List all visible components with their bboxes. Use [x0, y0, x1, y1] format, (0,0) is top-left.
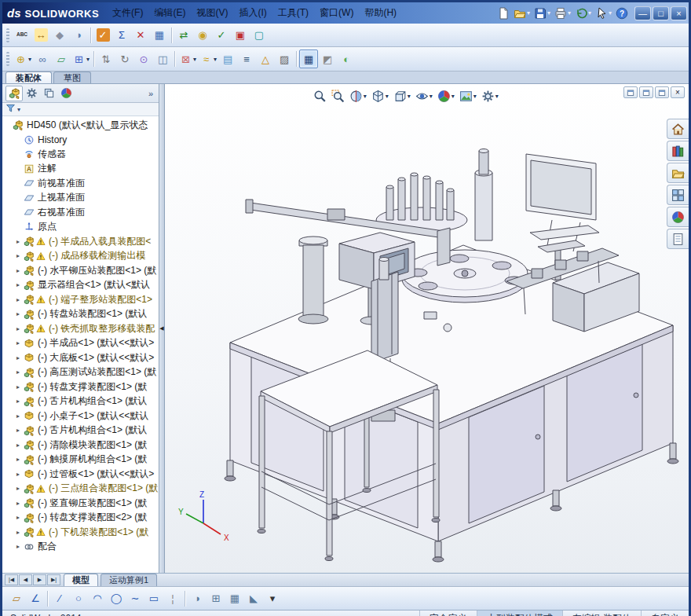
machine-assembly-model[interactable]: Z Y X	[165, 84, 689, 573]
import-diagnostics-icon[interactable]: ✕	[131, 26, 150, 45]
expand-arrow-icon[interactable]: ▸	[16, 543, 24, 550]
expand-arrow-icon[interactable]: ▸	[16, 442, 24, 449]
featuremanager-tab[interactable]	[5, 86, 23, 101]
mate-icon[interactable]: ∞	[33, 50, 52, 68]
tree-item-24[interactable]: ▸(-) 过管板<1> (默认<<默认>	[2, 467, 159, 482]
edit-appearance-icon[interactable]: ▾	[436, 87, 456, 104]
tree-item-2[interactable]: 传感器	[2, 147, 159, 162]
expand-arrow-icon[interactable]: ▸	[16, 354, 24, 361]
expand-arrow-icon[interactable]: ▸	[16, 412, 24, 420]
measure-icon[interactable]: ↔	[31, 26, 50, 45]
assembly-features-icon[interactable]: ⊠▾	[177, 50, 198, 68]
chamfer-icon[interactable]: ◣	[244, 589, 263, 608]
expand-arrow-icon[interactable]: ▸	[16, 310, 24, 317]
bill-of-materials-icon[interactable]: ≡	[237, 50, 256, 68]
collapse-panel-arrow-icon[interactable]: ◀	[159, 325, 163, 332]
line-icon[interactable]: ∕	[50, 589, 69, 608]
tree-item-29[interactable]: ▸配合	[2, 540, 159, 555]
expand-arrow-icon[interactable]: ▸	[16, 368, 24, 376]
reference-geometry-icon[interactable]: ≈▾	[198, 50, 218, 68]
custom-properties-tab[interactable]	[667, 229, 689, 249]
tree-item-27[interactable]: ▸(-) 转盘支撑装配图<2> (默	[2, 511, 159, 526]
sketch-icon[interactable]: ▱	[7, 589, 26, 608]
mirror-entities-icon[interactable]: ◑	[188, 589, 207, 608]
expand-arrow-icon[interactable]: ▸	[16, 398, 24, 405]
tree-item-18[interactable]: ▸(-) 转盘支撑装配图<1> (默	[2, 380, 159, 394]
section-properties-icon[interactable]: ◑	[69, 26, 88, 45]
open-icon[interactable]: ▾	[512, 5, 532, 21]
next-tab-button[interactable]: ▶	[33, 574, 46, 585]
hide-show-items-icon[interactable]: ▾	[414, 87, 434, 104]
design-table-icon[interactable]: ▦	[150, 26, 169, 45]
expand-arrow-icon[interactable]: ▸	[16, 471, 24, 478]
menu-item-4[interactable]: 工具(T)	[272, 5, 314, 21]
file-explorer-tab[interactable]	[667, 163, 689, 183]
view-settings-icon[interactable]: ▾	[480, 87, 500, 104]
menu-item-2[interactable]: 视图(V)	[191, 5, 233, 21]
circle-icon[interactable]: ○	[69, 589, 88, 608]
expand-arrow-icon[interactable]: ▸	[16, 281, 24, 288]
expand-arrow-icon[interactable]: ▸	[16, 383, 24, 390]
smart-dimension-icon[interactable]: ∠	[26, 589, 45, 608]
section-view-icon[interactable]: ▾	[348, 87, 368, 104]
filter-funnel-icon[interactable]	[5, 103, 16, 116]
configurationmanager-tab[interactable]	[40, 86, 57, 101]
help-icon[interactable]: ?	[614, 5, 630, 21]
view-palette-tab[interactable]	[667, 185, 689, 205]
close-doc-button[interactable]: ×	[671, 86, 685, 98]
menu-item-1[interactable]: 编辑(E)	[148, 5, 191, 21]
menu-item-6[interactable]: 帮助(H)	[359, 5, 402, 21]
propertymanager-tab[interactable]	[23, 86, 40, 101]
tree-item-20[interactable]: ▸(-) 小桌子<1> (默认<<默认	[2, 409, 159, 424]
toolbar-grip[interactable]	[6, 28, 9, 42]
spline-icon[interactable]: ∼	[126, 589, 144, 608]
status-segment-3[interactable]: 自定义	[641, 610, 689, 616]
insert-components-icon[interactable]: ⊕▾	[13, 50, 33, 68]
tree-item-9[interactable]: ▸(-) 成品移载检测输出模	[2, 249, 159, 264]
tree-item-4[interactable]: 前视基准面	[2, 176, 159, 191]
restore-doc-button[interactable]	[623, 86, 638, 98]
tree-item-17[interactable]: ▸(-) 高压测试站装配图<1> (默	[2, 365, 159, 380]
tree-item-13[interactable]: ▸(-) 转盘站装配图<1> (默认	[2, 307, 159, 322]
move-component-icon[interactable]: ⇅	[97, 50, 115, 68]
solidworks-resources-tab[interactable]	[667, 119, 689, 139]
reload-icon[interactable]: ⇄	[174, 26, 193, 45]
interference-detection-icon[interactable]: ▣	[231, 26, 250, 45]
screen-capture-icon[interactable]: ▢	[250, 26, 269, 45]
expand-arrow-icon[interactable]: ▸	[16, 339, 24, 346]
tree-item-28[interactable]: ▸(-) 下机架装配图<1> (默	[2, 525, 159, 540]
tree-item-14[interactable]: ▸(-) 铁壳抓取整形移载装配	[2, 321, 159, 336]
tree-item-0[interactable]: HD450 (默认<默认_显示状态	[2, 118, 159, 133]
equations-icon[interactable]: Σ	[112, 26, 131, 45]
appearances-scenes-tab[interactable]	[667, 207, 689, 227]
new-motion-study-icon[interactable]: ▤	[218, 50, 237, 68]
tree-item-11[interactable]: ▸显示器组合<1> (默认<默认	[2, 278, 159, 293]
menu-item-3[interactable]: 插入(I)	[233, 5, 272, 21]
new-document-icon[interactable]	[495, 5, 511, 21]
doc-tab-0[interactable]: 模型	[64, 574, 98, 586]
spell-check-icon[interactable]: ABC	[13, 26, 31, 45]
expand-arrow-icon[interactable]: ▸	[16, 514, 24, 521]
smart-fasteners-icon[interactable]: ⊙	[134, 50, 153, 68]
expand-arrow-icon[interactable]: ▸	[16, 238, 24, 245]
tree-item-1[interactable]: History	[2, 133, 159, 148]
graphics-viewport[interactable]: Z Y X ▾▾▾▾▾▾▾ ×	[165, 84, 689, 573]
sketch-more-icon[interactable]: ▾	[263, 589, 282, 608]
verification-icon[interactable]: ✓	[212, 26, 231, 45]
minimize-button[interactable]: —	[634, 6, 651, 20]
undo-icon[interactable]: ▾	[573, 5, 593, 21]
large-assembly-mode-icon[interactable]: ◐	[337, 50, 356, 68]
tree-item-12[interactable]: ▸(-) 端子整形站装配图<1>	[2, 292, 159, 307]
design-library-tab[interactable]	[667, 141, 689, 161]
costing-icon[interactable]: ◉	[193, 26, 212, 45]
close-button[interactable]: ×	[671, 6, 687, 20]
tree-item-6[interactable]: 右视基准面	[2, 205, 159, 220]
tree-item-15[interactable]: ▸(-) 半成品<1> (默认<<默认>	[2, 336, 159, 351]
tree-item-21[interactable]: ▸(-) 舌片机构组合<1> (默认	[2, 424, 159, 438]
explode-line-sketch-icon[interactable]: ▨	[275, 50, 294, 68]
tree-item-16[interactable]: ▸(-) 大底板<1> (默认<<默认>	[2, 350, 159, 365]
display-style-icon[interactable]: ▾	[392, 87, 412, 104]
ellipse-icon[interactable]: ◯	[107, 589, 126, 608]
prev-tab-button[interactable]: ◀	[19, 574, 32, 585]
zoom-fit-icon[interactable]	[312, 87, 328, 104]
